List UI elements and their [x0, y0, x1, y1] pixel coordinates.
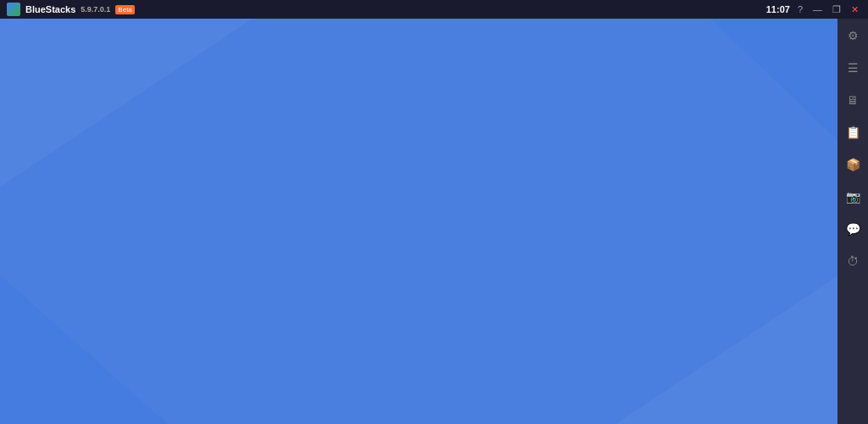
create-account-link[interactable]: Create account	[209, 310, 290, 323]
learn-more-link[interactable]: Learn more	[466, 168, 531, 182]
app-version: 5.9.7.0.1	[81, 5, 110, 14]
sidebar-icon-settings[interactable]: ⚙	[843, 25, 863, 46]
sidebar-icon-layers[interactable]: 📋	[843, 122, 863, 142]
main-area: Google Sign in with your Google Account.…	[0, 19, 868, 424]
sidebar-icon-menu[interactable]: ☰	[843, 58, 863, 78]
signin-subtitle-text: with your Google Account.	[311, 168, 459, 182]
titlebar-left: BlueStacks 5.9.7.0.1 Beta	[7, 3, 135, 16]
app-name: BlueStacks	[25, 4, 75, 14]
sidebar-icon-monitor[interactable]: 🖥	[843, 90, 863, 110]
bluestacks-logo-icon	[7, 3, 20, 16]
card-actions: Create account Next	[209, 300, 633, 332]
sidebar-icon-camera[interactable]: 📷	[843, 187, 863, 207]
close-button[interactable]: ✕	[849, 4, 861, 15]
next-button[interactable]: Next	[552, 300, 633, 332]
app-badge: Beta	[115, 5, 134, 14]
signin-subtitle: with your Google Account. Learn more	[311, 168, 531, 182]
google-logo: Google	[390, 94, 453, 121]
signin-title: Sign in	[387, 135, 455, 161]
restore-button[interactable]: ❐	[830, 4, 843, 15]
svg-text:Google: Google	[390, 94, 453, 117]
sidebar-icon-chat[interactable]: 💬	[843, 219, 863, 239]
content-area: Google Sign in with your Google Account.…	[0, 19, 868, 424]
sidebar-icon-package[interactable]: 📦	[843, 154, 863, 175]
right-sidebar: ⚙ ☰ 🖥 📋 📦 📷 💬 ⏱	[837, 19, 868, 424]
forgot-email-link[interactable]: Forgot email?	[209, 261, 282, 275]
minimize-button[interactable]: —	[810, 4, 825, 14]
email-input[interactable]	[209, 206, 633, 246]
help-button[interactable]: ?	[795, 4, 805, 14]
titlebar-right: 11:07 ? — ❐ ✕	[766, 4, 861, 15]
system-time: 11:07	[766, 4, 790, 14]
titlebar: BlueStacks 5.9.7.0.1 Beta 11:07 ? — ❐ ✕	[0, 0, 868, 19]
sidebar-icon-clock[interactable]: ⏱	[843, 251, 863, 271]
signin-card: Google Sign in with your Google Account.…	[175, 60, 667, 382]
